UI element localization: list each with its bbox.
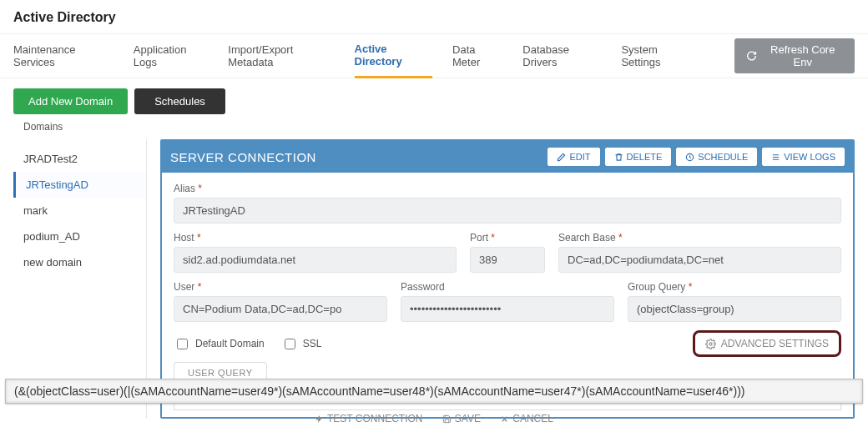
schedule-button[interactable]: SCHEDULE xyxy=(676,148,757,166)
user-query-tooltip: (&(objectClass=user)(|(sAMAccountName=us… xyxy=(5,379,863,404)
default-domain-label: Default Domain xyxy=(195,338,265,349)
default-domain-checkbox[interactable]: Default Domain xyxy=(174,336,265,352)
tab-active-directory[interactable]: Active Directory xyxy=(355,34,432,78)
refresh-icon xyxy=(746,50,757,62)
alias-label: Alias * xyxy=(174,183,841,194)
footer-actions: TEST CONNECTION SAVE CANCEL xyxy=(0,413,868,426)
sidebar-item-jradtest2[interactable]: JRADTest2 xyxy=(13,146,146,172)
view-logs-button[interactable]: VIEW LOGS xyxy=(762,148,845,166)
port-input[interactable] xyxy=(470,247,545,273)
delete-label: DELETE xyxy=(627,152,663,162)
edit-label: EDIT xyxy=(569,152,590,162)
edit-button[interactable]: EDIT xyxy=(548,148,599,166)
host-input[interactable] xyxy=(174,247,457,273)
password-label: Password xyxy=(401,281,614,293)
trash-icon xyxy=(614,153,623,162)
refresh-core-env-button[interactable]: Refresh Core Env xyxy=(734,38,855,73)
tab-maintenance-services[interactable]: Maintenance Services xyxy=(13,35,114,77)
advanced-settings-button[interactable]: ADVANCED SETTINGS xyxy=(693,330,841,357)
groupquery-input[interactable] xyxy=(628,296,841,322)
save-icon xyxy=(442,414,452,424)
user-label: User * xyxy=(174,281,387,293)
advanced-settings-label: ADVANCED SETTINGS xyxy=(721,338,829,349)
sidebar-item-mark[interactable]: mark xyxy=(13,198,146,224)
ssl-label: SSL xyxy=(303,338,322,349)
sidebar-item-jrtestingad[interactable]: JRTestingAD xyxy=(13,172,146,198)
cancel-label: CANCEL xyxy=(512,413,553,424)
schedule-label: SCHEDULE xyxy=(698,152,748,162)
tab-import-export-metadata[interactable]: Import/Export Metadata xyxy=(228,35,334,77)
searchbase-input[interactable] xyxy=(558,247,841,273)
gear-icon xyxy=(705,339,716,349)
panel-header: SERVER CONNECTION EDIT DELETE SCHEDULE xyxy=(162,141,853,173)
list-icon xyxy=(771,153,780,162)
view-logs-label: VIEW LOGS xyxy=(784,152,835,162)
clock-icon xyxy=(685,153,694,162)
edit-icon xyxy=(557,153,566,162)
ssl-checkbox[interactable]: SSL xyxy=(281,336,322,352)
sidebar-item-podium-ad[interactable]: podium_AD xyxy=(13,224,146,249)
save-label: SAVE xyxy=(455,413,481,424)
searchbase-label: Search Base * xyxy=(558,232,841,244)
tabbar: Maintenance Services Application Logs Im… xyxy=(0,33,868,78)
tab-database-drivers[interactable]: Database Drivers xyxy=(522,35,601,77)
server-connection-panel: SERVER CONNECTION EDIT DELETE SCHEDULE xyxy=(160,139,855,419)
password-input[interactable] xyxy=(401,296,614,322)
user-input[interactable] xyxy=(174,296,387,322)
test-connection-button[interactable]: TEST CONNECTION xyxy=(315,413,422,424)
refresh-label: Refresh Core Env xyxy=(763,43,844,68)
panel-title: SERVER CONNECTION xyxy=(170,150,548,164)
domains-sidebar: JRADTest2 JRTestingAD mark podium_AD new… xyxy=(13,139,147,419)
cancel-button[interactable]: CANCEL xyxy=(500,413,553,424)
add-new-domain-button[interactable]: Add New Domain xyxy=(13,88,128,114)
close-icon xyxy=(500,414,509,424)
delete-button[interactable]: DELETE xyxy=(605,148,672,166)
save-button[interactable]: SAVE xyxy=(442,413,481,424)
host-label: Host * xyxy=(174,232,457,244)
tab-data-meter[interactable]: Data Meter xyxy=(452,35,502,77)
test-connection-label: TEST CONNECTION xyxy=(327,413,422,424)
domains-heading: Domains xyxy=(0,119,868,139)
tab-application-logs[interactable]: Application Logs xyxy=(134,35,208,77)
default-domain-check[interactable] xyxy=(177,339,188,349)
sidebar-item-new-domain[interactable]: new domain xyxy=(13,249,146,275)
schedules-button[interactable]: Schedules xyxy=(134,88,225,114)
alias-input[interactable] xyxy=(174,198,841,224)
bolt-icon xyxy=(315,414,324,424)
svg-point-1 xyxy=(709,342,712,344)
port-label: Port * xyxy=(470,232,545,244)
page-title: Active Directory xyxy=(0,0,868,33)
tab-system-settings[interactable]: System Settings xyxy=(621,35,694,77)
ssl-check[interactable] xyxy=(285,339,295,349)
top-buttons: Add New Domain Schedules xyxy=(0,78,868,119)
groupquery-label: Group Query * xyxy=(628,281,841,293)
